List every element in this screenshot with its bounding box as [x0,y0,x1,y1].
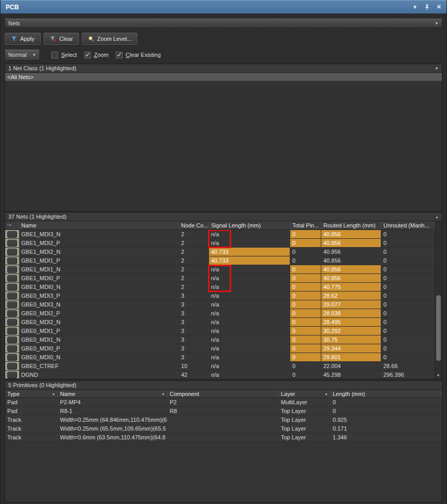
net-color-swatch[interactable] [7,301,17,308]
primitives-column-header[interactable]: Name▲ [58,390,168,398]
net-row[interactable]: GBE0_MDI1_N3n/a030.750 [5,335,435,344]
net-row[interactable]: GBE1_MDI1_N2n/a040.8560 [5,265,435,274]
net-unrouted-length: 0 [381,344,435,353]
primitives-column-label: Component [170,391,199,397]
net-total-pin: 0 [290,327,321,335]
net-row[interactable]: GBE1_MDI2_N240.733040.8560 [5,248,435,256]
primitives-column-header[interactable]: Type▲ [5,390,58,398]
net-color-swatch[interactable] [7,337,17,343]
net-color-swatch[interactable] [7,319,17,326]
net-row[interactable]: GBE0_MDI3_P3n/a028.620 [5,292,435,300]
net-unrouted-length: 0 [381,292,435,300]
checkbox-box[interactable] [116,52,123,58]
checkbox-select[interactable]: Select [51,52,77,58]
primitive-row[interactable]: TrackWidth=0.25mm (64.846mm,110.475mm)(6… [5,416,442,424]
net-swatch-cell [5,300,19,309]
net-row[interactable]: GBE0_MDI0_P3n/a029.3440 [5,344,435,353]
nets-column-header[interactable]: Signal Length (mm) [209,221,290,230]
highlight-mode-value: Normal [8,52,26,58]
net-row[interactable]: GBE1_MDI1_P240.733040.8560 [5,256,435,265]
nets-header[interactable]: 37 Nets (1 Highlighted) ▲ [5,212,442,221]
checkbox-clear-existing[interactable]: Clear Existing [116,52,161,58]
clear-button[interactable]: Clear [43,33,79,45]
net-row[interactable]: GBE1_MDI0_N2n/a040.7750 [5,283,435,292]
net-color-swatch[interactable] [7,345,17,352]
net-routed-length: 45.298 [321,371,381,378]
net-class-header[interactable]: 1 Net Class (1 Highlighted) ▼ [5,64,442,73]
primitive-type: Track [5,433,58,441]
net-color-swatch[interactable] [7,284,17,291]
net-swatch-cell [5,327,19,335]
primitive-row[interactable]: TrackWidth=0.6mm (63.5mm,110.475mm)(64.8… [5,433,442,442]
net-color-swatch[interactable] [7,363,17,370]
checkbox-box[interactable] [84,52,91,58]
net-total-pin: 0 [290,230,321,238]
net-total-pin: 0 [290,318,321,326]
net-row[interactable]: GBE0_MDI2_P3n/a028.0380 [5,309,435,318]
net-row[interactable]: GBE0_MDI0_N3n/a029.8010 [5,353,435,362]
nets-sort-column-header[interactable]: *▾ [5,221,19,230]
net-color-swatch[interactable] [7,328,17,334]
primitive-row[interactable]: TrackWidth=0.25mm (65.5mm,109.65mm)(65.5… [5,424,442,433]
net-color-swatch[interactable] [7,231,17,238]
primitives-table-body: PadP2-MP4P2MultiLayer0PadR8-1R8Top Layer… [5,398,442,442]
net-color-swatch[interactable] [7,293,17,299]
checkbox-box[interactable] [51,52,58,58]
highlight-mode-select[interactable]: Normal ▼ [5,50,40,60]
checkbox-zoom[interactable]: Zoom [84,52,109,58]
chevron-down-icon[interactable]: ▼ [412,5,418,10]
net-signal-length: 40.733 [209,248,290,256]
net-row[interactable]: GBE1_MDI2_P2n/a040.8560 [5,239,435,248]
net-row[interactable]: GBE0_MDI3_N3n/a029.0770 [5,300,435,309]
nets-column-header[interactable]: Node Co... [179,221,209,230]
zoom-level-button[interactable]: Zoom Level... [82,33,138,45]
primitive-row[interactable]: PadR8-1R8Top Layer0 [5,407,442,416]
scroll-up-icon[interactable]: ▲ [435,215,439,219]
net-row[interactable]: GBE0_MDI1_P3n/a030.2920 [5,327,435,335]
net-name: GBE0_MDI3_P [19,292,179,300]
nets-table-header: *▾NameNode Co...Signal Length (mm)Total … [5,221,435,230]
scroll-down-icon[interactable]: ▼ [436,373,440,378]
net-name: GBE0_CTREF [19,362,179,370]
net-unrouted-length: 0 [381,327,435,335]
net-color-swatch[interactable] [7,266,17,273]
net-color-swatch[interactable] [7,249,17,255]
vertical-scrollbar[interactable]: ▼ [435,221,442,379]
primitive-type: Pad [5,398,58,406]
net-row[interactable]: GBE1_MDI3_N2n/a040.8560 [5,230,435,239]
panel-titlebar: PCB ▼ ✕ [1,0,446,13]
net-color-swatch[interactable] [7,275,17,282]
apply-button[interactable]: Apply [5,33,41,45]
net-swatch-cell [5,318,19,326]
net-class-item[interactable]: <All Nets> [5,73,442,81]
nets-column-header[interactable]: Total Pin... [290,221,321,230]
net-color-swatch[interactable] [7,240,17,247]
net-node-count: 2 [179,265,209,273]
nets-column-header[interactable]: Unrouted (Manh... [381,221,435,230]
net-color-swatch[interactable] [7,310,17,317]
primitives-column-header[interactable]: Length (mm) [331,390,442,398]
net-row[interactable]: GBE0_CTREF10n/a022.00428.66 [5,362,435,371]
close-icon[interactable]: ✕ [437,4,441,10]
nets-column-header[interactable]: Name [19,221,179,230]
primitives-section: 5 Primitives (0 Highlighted) Type▲Name▲C… [5,380,442,502]
primitive-row[interactable]: PadP2-MP4P2MultiLayer0 [5,398,442,407]
net-color-swatch[interactable] [7,257,17,264]
chevron-down-icon: ▼ [32,53,36,57]
pin-icon[interactable] [425,4,429,10]
panel-mode-select[interactable]: Nets ▼ [5,19,442,28]
net-node-count: 42 [179,371,209,378]
scrollbar-thumb[interactable] [436,295,441,361]
net-color-swatch[interactable] [7,372,17,378]
net-row[interactable]: GBE1_MDI0_P2n/a040.8560 [5,274,435,283]
primitives-column-header[interactable]: Layer▲ [279,390,331,398]
primitives-column-header[interactable]: Component [168,390,279,398]
net-name: GBE0_MDI2_N [19,318,179,326]
net-routed-length: 29.344 [321,344,381,353]
net-row[interactable]: GBE0_MDI2_N3n/a028.4950 [5,318,435,327]
net-swatch-cell [5,309,19,317]
net-color-swatch[interactable] [7,354,17,361]
nets-column-header[interactable]: Routed Length (mm) [321,221,381,230]
net-row[interactable]: DGND42n/a045.298296.396 [5,371,435,378]
chevron-down-icon: ▼ [435,66,439,71]
